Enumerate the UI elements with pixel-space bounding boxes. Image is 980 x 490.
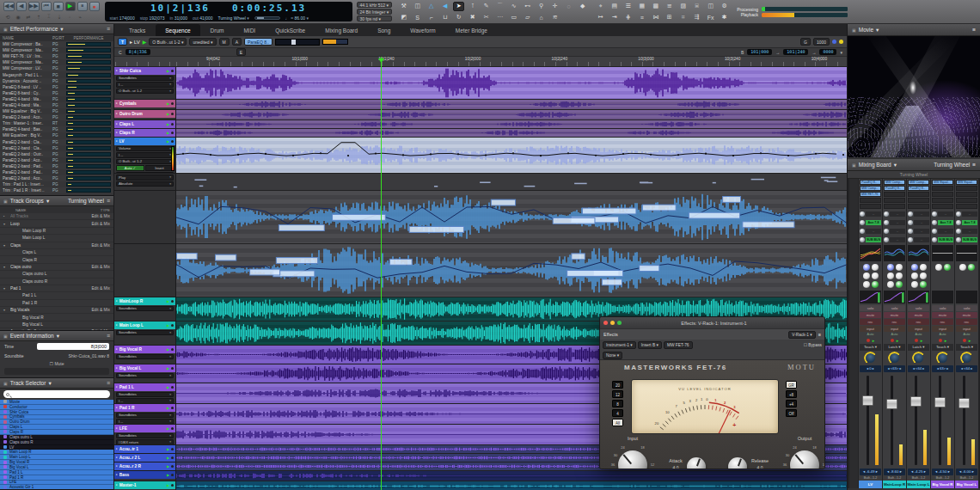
track-name-bar[interactable]: ▸Acou..r 2 R▶: [114, 462, 175, 470]
play-enable-icon[interactable]: ▶: [167, 426, 169, 431]
track-name-bar[interactable]: ▸Bass▶: [114, 471, 175, 479]
group-row[interactable]: Big Vocal L: [0, 322, 113, 328]
click-button[interactable]: ◦: [65, 13, 74, 21]
audition-icon[interactable]: ◀: [439, 2, 450, 11]
expand-arrow-icon[interactable]: ▸: [116, 366, 118, 370]
edge-chip[interactable]: E: [236, 48, 246, 56]
insert-slot[interactable]: [884, 192, 905, 197]
tab-drum[interactable]: Drum: [201, 24, 234, 36]
rails-tool-icon[interactable]: ⋕: [622, 13, 634, 22]
effect-row[interactable]: ParaEQ 2-band : Aco..PG: [0, 175, 113, 181]
tab-quickscribe[interactable]: QuickScribe: [266, 24, 315, 36]
rec-button[interactable]: rec: [956, 319, 977, 325]
send-knob[interactable]: [860, 237, 865, 242]
expand-arrow-icon[interactable]: ▸: [116, 406, 118, 409]
insert-slot[interactable]: ParaEQ 8..: [860, 180, 881, 185]
lane-outro-drum[interactable]: [176, 110, 847, 120]
track-control[interactable]: Play: [119, 175, 126, 180]
pan-value[interactable]: ◂ <63> ▸: [884, 365, 905, 372]
ratio-20-button[interactable]: 20: [612, 381, 623, 389]
stop-field[interactable]: stop 192|073: [140, 15, 165, 21]
track-name-bar[interactable]: ▸Big Vocal R▶: [114, 346, 175, 353]
track-name-bar[interactable]: ▸Acou..tr 1▶: [114, 445, 175, 453]
expand-arrow-icon[interactable]: ▸: [116, 385, 118, 389]
pan-knob[interactable]: [883, 351, 906, 365]
zoom-tool-icon[interactable]: ⚲: [536, 2, 547, 11]
burst-tool-icon[interactable]: ✱: [719, 13, 730, 22]
send-assign[interactable]: –: [866, 211, 881, 217]
send-assign[interactable]: –: [938, 211, 953, 217]
mixer-knob[interactable]: [911, 264, 918, 271]
key-tool-icon[interactable]: ⊷: [522, 2, 533, 11]
automation-mode-selector[interactable]: Touch ▾: [956, 344, 977, 351]
group-row[interactable]: ▾Pad 1Edit & Mix: [0, 285, 113, 292]
effect-row[interactable]: MW FET-76 : LV : Ins..PG: [0, 53, 113, 59]
track-name-bar[interactable]: ▸Pad 1 L▶: [114, 383, 175, 391]
group-row[interactable]: Claps outro R: [0, 279, 113, 285]
record-enable-icon[interactable]: [171, 348, 174, 351]
eq-display[interactable]: [908, 245, 929, 261]
mute-button[interactable]: mute: [860, 312, 881, 318]
track-name-bar[interactable]: ▸Main Loop L▶: [114, 322, 175, 329]
mute-button[interactable]: mute: [884, 312, 905, 318]
expand-arrow-icon[interactable]: ▸: [116, 101, 118, 105]
panel-menu-icon[interactable]: ≡: [107, 380, 110, 386]
mixer-knob[interactable]: [887, 264, 894, 271]
send-assign[interactable]: –: [938, 229, 953, 234]
tab-sequence[interactable]: Sequence: [156, 24, 199, 36]
track-control[interactable]: Soundbites: [119, 373, 137, 377]
panel-menu-icon[interactable]: ≡: [972, 27, 976, 33]
panel-toggle-icon[interactable]: ▣: [3, 381, 8, 386]
release-knob[interactable]: [728, 457, 747, 469]
effects-window-titlebar[interactable]: Effects: V-Rack-1: Instrument-1: [600, 317, 824, 328]
ibeam-tool-icon[interactable]: ⊺: [467, 2, 478, 11]
mixer-knob[interactable]: [935, 264, 942, 271]
play-enable-icon[interactable]: ▶: [167, 323, 169, 328]
insert-slot[interactable]: MW FET-76: [860, 192, 881, 197]
expand-arrow-icon[interactable]: ▸: [116, 473, 118, 476]
lane-cymbals[interactable]: [176, 100, 847, 110]
play-enable-icon[interactable]: ▶: [167, 299, 169, 303]
expand-arrow-icon[interactable]: ▸: [116, 426, 118, 430]
effect-row[interactable]: Dynamics : Acoustic ..PG: [0, 78, 113, 84]
lane-claps-r[interactable]: [176, 129, 847, 138]
record-enable-icon[interactable]: [171, 140, 174, 143]
group-row[interactable]: Claps outro L: [0, 271, 113, 278]
effect-row[interactable]: MW Compressor : Ma..PG: [0, 47, 113, 53]
rec-button[interactable]: rec: [908, 319, 929, 325]
record-enable-icon[interactable]: [171, 324, 174, 327]
expand-arrow-icon[interactable]: ▸: [116, 347, 118, 351]
rows-tool-icon[interactable]: ▤: [609, 2, 620, 11]
fader-cap[interactable]: [886, 399, 897, 409]
record-enable-icon[interactable]: [171, 132, 174, 134]
record-enable-icon[interactable]: [171, 102, 174, 105]
lane-lane-6[interactable]: [176, 174, 847, 191]
track-control[interactable]: I --: [119, 420, 123, 424]
counter-field[interactable]: 8|4|336: [126, 49, 150, 55]
track-control[interactable]: I --: [119, 83, 123, 87]
record-dot-icon[interactable]: [963, 339, 966, 342]
record-enable-icon[interactable]: [171, 70, 174, 72]
delete-tool-icon[interactable]: ✖: [467, 13, 478, 22]
send-assign[interactable]: Aux 7-8: [866, 220, 881, 225]
track-control[interactable]: I --: [119, 399, 123, 403]
group-row[interactable]: Main Loop L: [0, 235, 113, 242]
grid-toggle[interactable]: G: [800, 38, 811, 46]
mixer-knob[interactable]: [920, 273, 927, 279]
channel-fader[interactable]: [859, 374, 882, 467]
input-button[interactable]: input: [932, 326, 953, 332]
overview-minimap[interactable]: [275, 39, 320, 46]
send-knob[interactable]: [884, 229, 889, 234]
expand-arrow-icon[interactable]: ▸: [116, 122, 118, 126]
punch-in-button[interactable]: ⇡: [34, 13, 43, 21]
blue-marker-button[interactable]: [832, 40, 836, 44]
mixer-knob[interactable]: [911, 281, 918, 288]
audio-setting-2[interactable]: 30 fps nd ▾: [357, 15, 393, 21]
track-groups-title[interactable]: Track Groups: [10, 198, 44, 204]
punch-out-button[interactable]: ⇣: [55, 13, 64, 21]
pan-knob[interactable]: [907, 351, 930, 365]
strip-name[interactable]: LV: [859, 481, 882, 488]
record-enable-icon[interactable]: [171, 407, 174, 409]
home-tool-icon[interactable]: ⌂: [536, 13, 547, 22]
track-control[interactable]: O Built-..ut 1-2: [119, 89, 142, 93]
